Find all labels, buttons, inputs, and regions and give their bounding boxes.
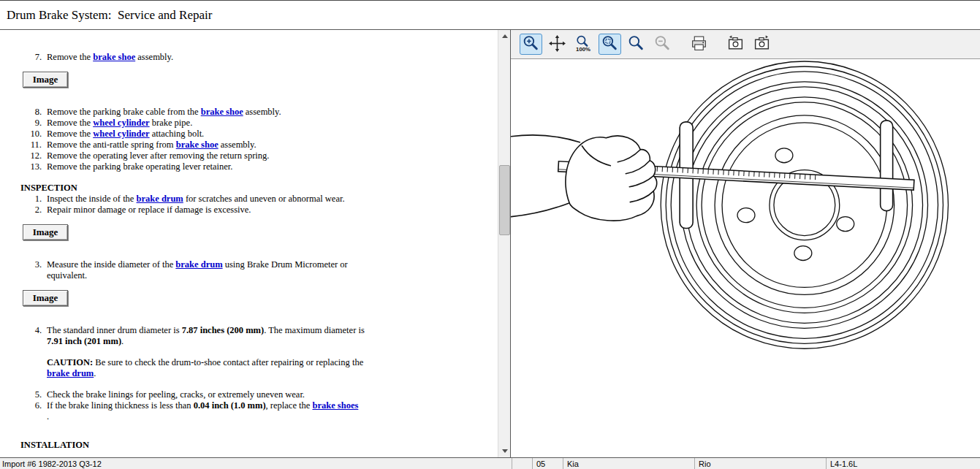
inline-link[interactable]: brake shoes [312,400,358,411]
plain-text: attaching bolt. [150,129,205,139]
bold-text: 7.91 inch (201 mm) [47,336,121,346]
plain-text: Measure the inside diameter of the [47,259,175,270]
list-text: Remove the wheel cylinder attaching bolt… [47,129,204,140]
next-image-icon [753,34,771,55]
list-item: 12.Remove the operating lever after remo… [22,150,493,161]
list-number: 5. [22,389,42,400]
list-number: 11. [22,140,42,150]
spacer [22,306,493,325]
zoom-out-icon [653,34,672,55]
list-text: Remove the brake shoe assembly. [47,52,173,63]
spacer [22,240,493,259]
list-gap [42,52,47,63]
list-item: 1.Inspect the inside of the brake drum f… [22,194,493,205]
status-spacer [512,458,532,469]
status-model: Rio [694,458,826,469]
plain-text: Remove the [47,118,93,128]
svg-text:100%: 100% [576,46,590,53]
scroll-down-button[interactable] [498,445,511,457]
plain-text: for scratches and uneven or abnormal wea… [183,194,345,204]
plain-text: If the brake lining thickness is less th… [47,400,194,411]
list-number: 12. [22,150,42,161]
spacer [22,63,493,72]
list-text: Remove the anti-rattle spring from brake… [47,140,257,150]
spacer [22,88,493,107]
list-gap [42,357,47,379]
list-number: 9. [22,118,42,129]
list-gap [42,259,47,281]
list-item: 11.Remove the anti-rattle spring from br… [22,140,493,150]
plain-text: Remove the operating lever after removin… [47,150,269,161]
plain-text: assembly. [219,140,257,150]
inline-link[interactable]: brake shoe [201,107,243,117]
list-item: 2.Repair minor damage or replace if dama… [22,205,493,216]
zoom-area-icon [627,34,645,55]
list-gap [42,107,47,118]
prev-image-button[interactable] [724,34,747,55]
list-text: Remove the wheel cylinder brake pipe. [47,118,192,129]
list-text: CAUTION: Be sure to check the drum-to-sh… [47,357,374,379]
document-content: 7.Remove the brake shoe assembly.Image8.… [0,30,510,451]
inline-link[interactable]: brake drum [175,259,222,270]
image-viewport[interactable] [511,59,980,457]
status-make: Kia [563,458,694,469]
inline-link[interactable]: brake drum [47,368,94,378]
inline-link[interactable]: brake shoe [176,140,219,150]
bold-text: 7.87 inches (200 mm) [182,325,265,335]
page-title: Drum Brake System: Service and Repair [0,1,980,30]
list-text: Repair minor damage or replace if damage… [47,205,251,216]
list-text: Measure the inside diameter of the brake… [47,259,374,281]
zoom-area-button[interactable] [625,34,647,55]
plain-text: . [94,368,96,378]
image-button[interactable]: Image [23,224,68,240]
vertical-scrollbar[interactable] [498,30,510,457]
list-item: 5.Check the brake linings for peeling, c… [22,389,493,400]
inline-link[interactable]: brake shoe [93,52,135,62]
list-number: 10. [22,129,42,140]
list-gap [42,400,47,422]
plain-text: Repair minor damage or replace if damage… [47,205,251,215]
scroll-up-button[interactable] [498,30,511,42]
plain-text: . The maximum diameter is [264,325,365,335]
zoom-100-button[interactable]: 100% [572,34,595,55]
list-text: If the brake lining thickness is less th… [47,400,358,422]
image-button[interactable]: Image [23,290,68,306]
inline-link[interactable]: wheel cylinder [93,118,149,128]
print-button[interactable] [688,34,710,55]
plain-text: assembly. [135,52,173,62]
plain-text: Remove the anti-rattle spring from [47,140,176,150]
plain-text: Remove the [47,129,93,139]
list-number: 4. [22,325,42,347]
caution-paragraph: CAUTION: Be sure to check the drum-to-sh… [22,357,493,379]
plain-text: brake pipe. [150,118,193,128]
plain-text: Remove the [47,52,93,62]
list-item: 13.Remove the parking brake operating le… [22,161,493,172]
image-button[interactable]: Image [23,72,68,88]
pan-button[interactable] [546,34,569,55]
plain-text: Be sure to check the drum-to-shoe contac… [93,357,363,367]
inline-link[interactable]: wheel cylinder [93,129,149,139]
list-item: 4.The standard inner drum diameter is 7.… [22,325,493,347]
brake-drum-illustration [511,59,980,457]
main-area: 7.Remove the brake shoe assembly.Image8.… [0,30,980,457]
toolbar: 100% [511,30,980,59]
spacer [22,379,493,389]
plain-text: Check the brake linings for peeling, cra… [47,389,305,400]
list-gap [42,150,47,161]
next-image-button[interactable] [751,34,773,55]
section-heading: INSTALLATION [20,440,493,451]
list-number: 7. [22,52,42,63]
list-item: 10.Remove the wheel cylinder attaching b… [22,129,493,140]
zoom-window-button[interactable] [599,34,621,55]
list-gap [42,140,47,150]
list-number [22,357,42,379]
list-text: Check the brake linings for peeling, cra… [47,389,305,400]
image-viewer-panel: 100% [511,30,980,457]
zoom-in-button[interactable] [520,34,542,55]
status-group-number: 05 [532,458,563,469]
scrollbar-thumb[interactable] [499,165,510,235]
list-item: 8.Remove the parking brake cable from th… [22,107,493,118]
zoom-in-icon [522,34,540,55]
inline-link[interactable]: brake drum [137,194,183,204]
plain-text: The standard inner drum diameter is [47,325,182,335]
